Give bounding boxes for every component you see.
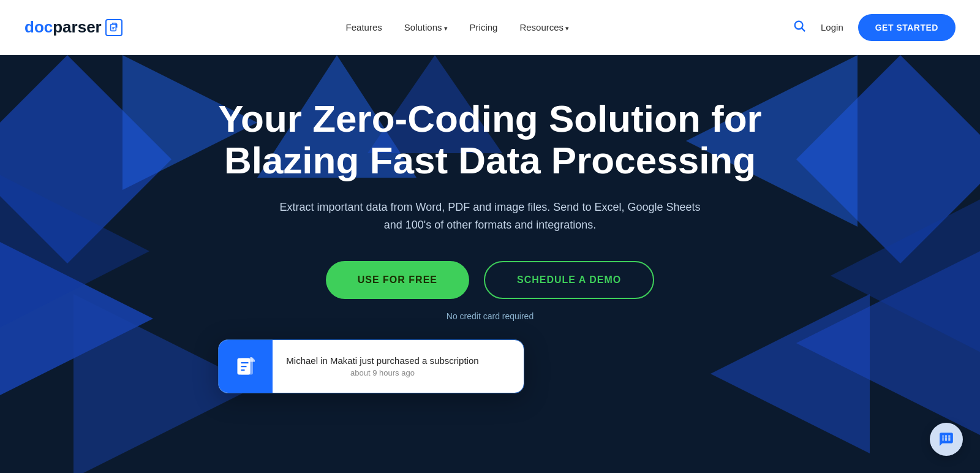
hero-buttons: USE FOR FREE SCHEDULE A DEMO (218, 261, 761, 299)
logo-parser: parser (53, 18, 102, 36)
no-credit-card-text: No credit card required (218, 311, 761, 321)
search-button[interactable] (793, 19, 806, 36)
logo-doc: doc (24, 18, 53, 36)
nav-features[interactable]: Features (346, 22, 382, 33)
nav-links: Features Solutions Pricing Resources (346, 22, 570, 33)
bg-shape-9 (796, 245, 980, 441)
hero-subtitle: Extract important data from Word, PDF an… (276, 199, 704, 234)
navbar-right: Login GET STARTED (793, 14, 956, 41)
hero-title-line2: Blazing Fast Data Processing (224, 139, 756, 181)
navbar: docparser Features Solutions Pricing Res… (0, 0, 980, 55)
hero-title: Your Zero-Coding Solution for Blazing Fa… (218, 98, 761, 181)
notification-time: about 9 hours ago (286, 368, 478, 377)
nav-pricing[interactable]: Pricing (470, 22, 498, 33)
docparser-icon (235, 355, 257, 377)
bg-shape-7 (796, 55, 980, 263)
use-for-free-button[interactable]: USE FOR FREE (326, 261, 469, 299)
bg-shape-3 (0, 233, 153, 404)
logo-icon (105, 19, 123, 36)
hero-title-line1: Your Zero-Coding Solution for (218, 97, 761, 140)
notification-card: Michael in Makati just purchased a subsc… (218, 339, 524, 393)
logo[interactable]: docparser (24, 18, 123, 37)
notification-message: Michael in Makati just purchased a subsc… (286, 355, 478, 366)
login-link[interactable]: Login (821, 22, 843, 32)
svg-line-2 (802, 28, 805, 31)
hero-section: Your Zero-Coding Solution for Blazing Fa… (0, 0, 980, 473)
notification-icon-box (219, 339, 273, 393)
svg-point-1 (795, 21, 803, 29)
get-started-button[interactable]: GET STARTED (858, 14, 956, 41)
notification-text: Michael in Makati just purchased a subsc… (273, 347, 492, 386)
nav-solutions[interactable]: Solutions (404, 22, 448, 33)
bg-shape-12 (753, 184, 980, 368)
nav-resources[interactable]: Resources (519, 22, 569, 33)
schedule-demo-button[interactable]: SCHEDULE A DEMO (484, 261, 654, 299)
hero-content: Your Zero-Coding Solution for Blazing Fa… (218, 98, 761, 393)
chat-icon (938, 431, 954, 447)
chat-button[interactable] (930, 423, 963, 456)
bg-shape-1 (0, 55, 172, 263)
bg-shape-11 (0, 159, 227, 343)
